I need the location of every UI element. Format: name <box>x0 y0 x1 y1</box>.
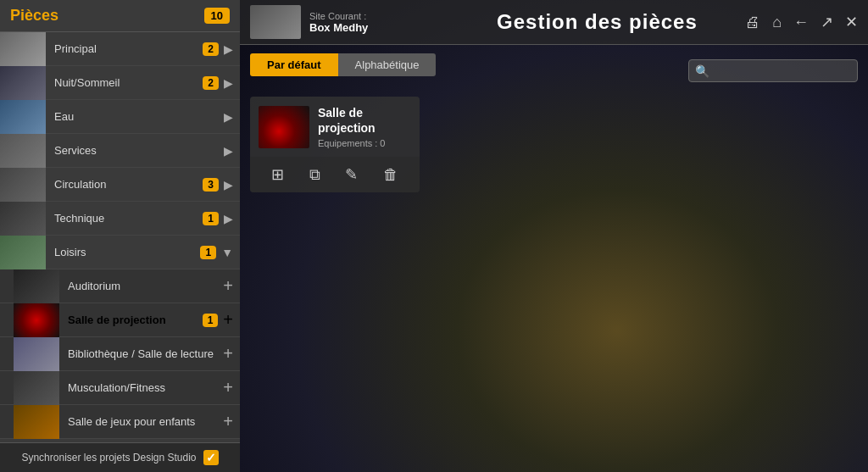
site-info: Site Courant : Box Medhy <box>309 11 449 34</box>
arrow-circulation: ▶ <box>224 178 233 192</box>
room-delete-button[interactable]: 🗑 <box>378 164 403 186</box>
thumb-technique <box>0 202 46 236</box>
room-copy-button[interactable]: ⧉ <box>304 164 326 186</box>
thumb-salle-jeux <box>14 405 59 439</box>
tab-par-defaut[interactable]: Par défaut <box>250 53 338 76</box>
sidebar-label-loisirs: Loisirs <box>46 246 200 258</box>
room-card-thumbnail <box>259 106 309 148</box>
room-card-body: Salle de projection Equipements : 0 <box>250 97 420 157</box>
site-label: Site Courant : <box>309 11 449 21</box>
arrow-services: ▶ <box>224 144 233 158</box>
room-name: Salle de projection <box>318 105 411 136</box>
badge-principal: 2 <box>203 42 219 56</box>
sidebar-label-nuit: Nuit/Sommeil <box>46 76 203 89</box>
topbar: Site Courant : Box Medhy Gestion des piè… <box>240 0 868 45</box>
main-area: Site Courant : Box Medhy Gestion des piè… <box>240 0 868 472</box>
sidebar-item-principal[interactable]: Principal 2 ▶ <box>0 32 240 66</box>
sidebar-label-principal: Principal <box>46 42 203 55</box>
sidebar-label-technique: Technique <box>46 212 203 225</box>
add-auditorium-button[interactable]: + <box>223 276 233 296</box>
search-bar: 🔍 <box>688 59 858 82</box>
window-controls: 🖨 ⌂ ← ↗ ✕ <box>745 13 858 31</box>
thumb-bibliotheque <box>14 337 59 371</box>
sidebar-label-eau: Eau <box>46 110 224 123</box>
add-salle-projection-button[interactable]: + <box>223 310 233 330</box>
thumb-circulation <box>0 168 46 202</box>
sidebar-subitem-bibliotheque[interactable]: Bibliothèque / Salle de lecture + <box>0 337 240 371</box>
arrow-principal: ▶ <box>224 42 233 56</box>
sidebar-item-technique[interactable]: Technique 1 ▶ <box>0 202 240 236</box>
sidebar-footer: Synchroniser les projets Design Studio ✓ <box>0 442 240 472</box>
sidebar-item-nuit[interactable]: Nuit/Sommeil 2 ▶ <box>0 66 240 100</box>
thumb-auditorium <box>14 269 59 303</box>
sidebar-subitem-salle-jeux[interactable]: Salle de jeux pour enfants + <box>0 405 240 439</box>
badge-circulation: 3 <box>203 178 219 192</box>
page-title: Gestion des pièces <box>458 10 737 34</box>
room-equip: Equipements : 0 <box>318 138 411 148</box>
sidebar-label-salle-jeux: Salle de jeux pour enfants <box>59 415 223 428</box>
sidebar-item-loisirs[interactable]: Loisirs 1 ▼ <box>0 236 240 269</box>
thumb-nuit <box>0 66 46 100</box>
add-salle-jeux-button[interactable]: + <box>223 412 233 431</box>
sidebar-subitem-musculation[interactable]: Musculation/Fitness + <box>0 371 240 405</box>
thumb-salle-projection <box>14 303 59 337</box>
sidebar-total-badge: 10 <box>204 8 230 24</box>
site-name: Box Medhy <box>309 21 449 34</box>
sidebar-item-eau[interactable]: Eau ▶ <box>0 100 240 134</box>
badge-technique: 1 <box>203 212 219 225</box>
search-wrapper: 🔍 <box>688 59 858 82</box>
search-input[interactable] <box>688 59 858 82</box>
home-button[interactable]: ⌂ <box>772 14 782 31</box>
room-info: Salle de projection Equipements : 0 <box>318 105 411 148</box>
arrow-eau: ▶ <box>224 110 233 124</box>
thumb-eau <box>0 100 46 134</box>
sidebar-label-auditorium: Auditorium <box>59 280 223 292</box>
sidebar-subitem-salle-projection[interactable]: Salle de projection 1 + <box>0 303 240 337</box>
sidebar-header: Pièces 10 <box>0 0 240 32</box>
search-icon: 🔍 <box>695 64 709 78</box>
badge-loisirs: 1 <box>200 246 216 259</box>
sync-label: Synchroniser les projets Design Studio <box>21 452 196 464</box>
arrow-technique: ▶ <box>224 212 233 225</box>
arrow-nuit: ▶ <box>224 76 233 90</box>
sidebar-subitem-auditorium[interactable]: Auditorium + <box>0 269 240 303</box>
sidebar-item-services[interactable]: Services ▶ <box>0 134 240 168</box>
sidebar: Pièces 10 Principal 2 ▶ Nuit/Sommeil 2 ▶… <box>0 0 240 472</box>
back-button[interactable]: ← <box>793 14 809 31</box>
site-thumbnail <box>250 5 301 39</box>
thumb-principal <box>0 32 46 66</box>
room-card: Salle de projection Equipements : 0 ⊞ ⧉ … <box>250 97 420 192</box>
badge-nuit: 2 <box>203 76 219 90</box>
sync-checkbox[interactable]: ✓ <box>203 450 219 465</box>
sidebar-label-services: Services <box>46 144 224 157</box>
checkmark-icon: ✓ <box>206 451 216 464</box>
add-musculation-button[interactable]: + <box>223 378 233 397</box>
sidebar-label-circulation: Circulation <box>46 178 203 191</box>
room-grid-button[interactable]: ⊞ <box>266 164 289 186</box>
print-button[interactable]: 🖨 <box>745 14 760 31</box>
sidebar-title: Pièces <box>10 7 58 25</box>
room-actions: ⊞ ⧉ ✎ 🗑 <box>250 157 420 192</box>
sidebar-label-bibliotheque: Bibliothèque / Salle de lecture <box>59 347 223 360</box>
main-content: Site Courant : Box Medhy Gestion des piè… <box>240 0 868 472</box>
thumb-loisirs <box>0 236 46 269</box>
thumb-services <box>0 134 46 168</box>
external-link-button[interactable]: ↗ <box>821 13 833 31</box>
badge-salle-projection: 1 <box>203 314 219 327</box>
thumb-musculation <box>14 371 59 405</box>
tab-alphabetique[interactable]: Alphabétique <box>338 53 437 76</box>
room-edit-button[interactable]: ✎ <box>340 164 363 186</box>
arrow-loisirs: ▼ <box>221 246 233 259</box>
sidebar-item-circulation[interactable]: Circulation 3 ▶ <box>0 168 240 202</box>
add-bibliotheque-button[interactable]: + <box>223 344 233 364</box>
sidebar-label-musculation: Musculation/Fitness <box>59 381 223 394</box>
close-button[interactable]: ✕ <box>845 13 858 31</box>
sidebar-label-salle-projection: Salle de projection <box>59 314 203 326</box>
sidebar-items: Principal 2 ▶ Nuit/Sommeil 2 ▶ Eau ▶ Ser… <box>0 32 240 442</box>
